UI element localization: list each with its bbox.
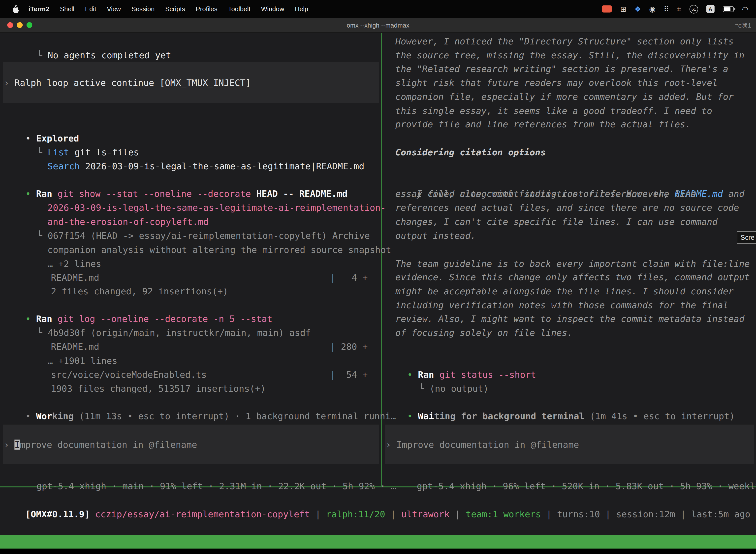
app-grid-icon[interactable]: ⠿ — [664, 5, 669, 12]
omx-turns: turns:10 — [557, 509, 600, 519]
omx-status-bar: [OMX#0.11.9] cczip/essay/ai-reimplementa… — [4, 493, 751, 507]
reasoning-text: output instead. — [395, 231, 476, 241]
spinner-word-tail: king — [52, 411, 74, 421]
reasoning-text: changes, I can't cite specific file line… — [395, 217, 717, 227]
diffstat-summary-line: 1903 files changed, 513517 insertions(+) — [29, 368, 266, 382]
output-text: 1903 files changed, 513517 insertions(+) — [51, 384, 266, 394]
git-show-output-line: └ 067f154 (HEAD -> essay/ai-reimplementa… — [15, 215, 370, 229]
reasoning-text: slight risk that future readers may over… — [395, 78, 717, 88]
reasoning-heading: Considering citation options — [395, 145, 546, 159]
explored-search-line: Search 2026-03-09-is-legal-the-same-as-l… — [26, 145, 364, 159]
omx-mode: ultrawork — [401, 509, 450, 519]
utility-icon[interactable]: ⌗ — [677, 5, 681, 12]
menu-bar-left: iTerm2 Shell Edit View Session Scripts P… — [0, 5, 314, 13]
search-label: Search — [48, 161, 80, 171]
text-cursor: I — [15, 439, 20, 449]
prompt-input-right[interactable]: › Improve documentation in @filename — [385, 425, 754, 464]
menu-view[interactable]: View — [102, 5, 126, 12]
prompt-input-left[interactable]: › I mprove documentation in @filename — [3, 425, 379, 464]
git-log-output-line: … +1901 lines — [26, 340, 117, 354]
explored-header: • Explored — [4, 117, 79, 131]
reasoning-text: However, I noticed the "Directory Struct… — [395, 36, 734, 46]
separator: | — [450, 509, 466, 519]
input-placeholder: Improve documentation in @filename — [396, 439, 579, 449]
input-source-icon[interactable]: A — [706, 5, 714, 13]
omx-team-workers: team:1 workers — [466, 509, 541, 519]
agents-note-line: └ No agents completed yet — [15, 34, 171, 48]
banner-text: Ralph loop active continue [OMX_TMUX_INJ… — [15, 77, 251, 88]
screen-recording-indicator-icon[interactable] — [602, 5, 612, 12]
window-title-bar[interactable]: omx --xhigh --madmax ⌥⌘1 — [0, 18, 756, 33]
window-shortcut-hint: ⌥⌘1 — [735, 21, 751, 29]
reasoning-line: essay file, along with finding root file… — [395, 187, 696, 201]
reasoning-text: and — [723, 189, 745, 199]
git-show-output-line: … +2 lines — [26, 243, 101, 257]
screen: iTerm2 Shell Edit View Session Scripts P… — [0, 0, 756, 554]
menu-bar-status-icons: ⊞ ❖ ◉ ⠿ ⌗ 61 A ◠ — [602, 4, 748, 13]
reasoning-line: changes, I can't cite specific file line… — [395, 215, 717, 229]
reasoning-line: provide file and line references from th… — [395, 117, 691, 131]
reasoning-heading-text: Considering citation options — [395, 147, 546, 157]
reasoning-text: essay file, along with finding root file… — [395, 189, 696, 199]
reasoning-text: might be acceptable alongside the file l… — [395, 286, 734, 296]
diffstat-line: README.md | 4 + — [29, 257, 368, 271]
reasoning-line: this single essay, it seems like a good … — [395, 104, 712, 118]
diffstat-summary-line: 2 files changed, 92 insertions(+) — [29, 270, 228, 284]
search-args: 2026-03-09-is-legal-the-same-as-legitima… — [80, 161, 365, 171]
reasoning-line: evidence. Since this change only affects… — [395, 270, 750, 284]
menu-edit[interactable]: Edit — [80, 5, 102, 12]
menu-shell[interactable]: Shell — [55, 5, 80, 12]
separator: | — [310, 509, 326, 519]
menu-scripts[interactable]: Scripts — [160, 5, 190, 12]
reasoning-text: including verification notes with those … — [395, 300, 728, 310]
omx-version: [OMX#0.11.9] — [25, 509, 90, 519]
reasoning-line: I could cite commit statistics or refere… — [395, 173, 744, 187]
menu-app-name[interactable]: iTerm2 — [23, 5, 55, 12]
display-icon[interactable]: ⊞ — [620, 5, 626, 12]
model-status-line-right: gpt-5.4 xhigh · 96% left · 520K in · 5.8… — [395, 465, 756, 479]
bullet: • — [25, 411, 31, 421]
model-status-text: gpt-5.4 xhigh · main · 91% left · 2.31M … — [37, 481, 396, 491]
omx-repo-branch: cczip/essay/ai-reimplementation-copyleft — [90, 509, 310, 519]
reasoning-line: review. Also, I might want to inspect th… — [395, 312, 744, 326]
spinner-word-tail: ting for background terminal — [434, 411, 584, 421]
agents-note: No agents completed yet — [48, 50, 171, 60]
model-status-text: gpt-5.4 xhigh · 96% left · 520K in · 5.8… — [417, 481, 756, 491]
reasoning-line: the source tree, missing the essay. Stil… — [395, 48, 744, 62]
output-text: └ (no output) — [419, 384, 488, 394]
menu-profiles[interactable]: Profiles — [190, 5, 223, 12]
battery-percent-icon[interactable]: 61 — [690, 4, 698, 13]
prompt-chevron: › — [4, 439, 9, 449]
reasoning-text: provide file and line references from th… — [395, 119, 691, 129]
reasoning-text: the source tree, missing the essay. Stil… — [395, 50, 744, 60]
menu-toolbelt[interactable]: Toolbelt — [223, 5, 256, 12]
reasoning-line: The team guideline is to back every impo… — [395, 257, 750, 271]
command-wrap-line: 2026-03-09-is-legal-the-same-as-legitima… — [26, 187, 386, 201]
diffstat-line: README.md | 280 + — [29, 326, 368, 340]
battery-icon[interactable] — [723, 6, 734, 12]
wifi-icon[interactable]: ◠ — [742, 5, 748, 12]
menu-window[interactable]: Window — [256, 5, 290, 12]
circle-icon[interactable]: ◉ — [649, 5, 655, 12]
diffstat-line: src/voice/voiceModeEnabled.ts | 54 + — [29, 354, 368, 368]
reasoning-line: including verification notes with those … — [395, 298, 728, 312]
reasoning-text: of focusing solely on file lines. — [395, 328, 573, 338]
bullet: • — [407, 411, 413, 421]
reasoning-text: the "Related research writing" section i… — [395, 64, 728, 74]
launcher-icon[interactable]: ❖ — [634, 5, 641, 12]
reasoning-line: companion file, especially if more comme… — [395, 90, 734, 104]
menu-session[interactable]: Session — [126, 5, 160, 12]
notification-overlay-text: Scre — [741, 233, 755, 241]
reasoning-line: However, I noticed the "Directory Struct… — [395, 34, 734, 48]
command-wrap-line: and-the-erosion-of-copyleft.md — [26, 201, 208, 215]
bottom-strip — [0, 549, 756, 554]
ran-git-show-line: • Ran git show --stat --oneline --decora… — [4, 173, 348, 187]
prompt-chevron: › — [386, 439, 391, 449]
reasoning-line: the "Related research writing" section i… — [395, 62, 728, 76]
spinner-word-head: Wai — [413, 411, 434, 421]
banner-prompt-chevron: › — [4, 77, 9, 88]
apple-menu-icon[interactable] — [8, 5, 23, 13]
menu-help[interactable]: Help — [290, 5, 314, 12]
explored-list-line: └ List git ls-files — [15, 131, 139, 145]
git-show-output-line: companion analysis without altering the … — [26, 229, 391, 242]
